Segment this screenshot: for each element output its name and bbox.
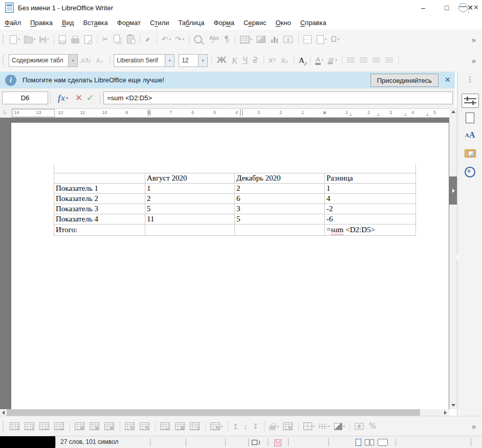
table-cell[interactable]: 5	[145, 204, 235, 214]
table-cell[interactable]: Разница	[325, 173, 416, 184]
align-top-button[interactable]: ↥	[231, 420, 242, 433]
strikethrough-button[interactable]: S	[251, 54, 260, 67]
insert-textbox-button[interactable]: A	[282, 33, 295, 46]
find-replace-button[interactable]	[192, 33, 207, 46]
split-table-button[interactable]: ⇅	[173, 420, 187, 433]
delete-column-button[interactable]: ✕	[88, 420, 102, 433]
table-cell[interactable]: 2	[235, 184, 325, 194]
spelling-button[interactable]: Abc	[208, 33, 222, 46]
export-pdf-button[interactable]	[57, 33, 69, 46]
page-icon[interactable]	[457, 111, 482, 124]
book-view-icon[interactable]	[378, 439, 388, 446]
insert-row-above-button[interactable]: ↑	[8, 420, 22, 433]
table-cell[interactable]: Показатель 3	[54, 204, 145, 214]
border-color-button[interactable]: ▾	[333, 420, 347, 433]
styles-icon[interactable]: AA	[457, 129, 482, 141]
menu-window[interactable]: Окно	[271, 17, 295, 29]
delete-table-button[interactable]: ✕	[103, 420, 117, 433]
print-button[interactable]	[70, 33, 82, 46]
borders-button[interactable]: ▾	[302, 420, 317, 433]
globe-download-icon[interactable]	[458, 3, 468, 12]
insert-chart-button[interactable]	[269, 33, 281, 46]
combo-dropdown-icon[interactable]: ▼	[198, 55, 207, 66]
toolbar-overflow-button[interactable]: »	[472, 422, 475, 431]
table-cell[interactable]: 3	[235, 204, 325, 214]
update-style-button[interactable]: A↻	[79, 54, 94, 67]
formula-cancel-button[interactable]: ✕	[75, 93, 82, 103]
ruler-column-mark[interactable]: ⊥	[349, 112, 353, 117]
properties-icon[interactable]	[457, 93, 482, 108]
ruler-column-mark[interactable]: ⊥	[426, 112, 429, 117]
menu-view[interactable]: Вид	[57, 17, 79, 29]
underline-button[interactable]: Ч	[241, 54, 250, 67]
infobar-close-icon[interactable]: ✕	[444, 75, 451, 84]
table-cell[interactable]: Август 2020	[145, 173, 235, 184]
font-name-combo[interactable]: Liberation Serif ▼	[114, 54, 174, 67]
insert-row-below-button[interactable]: ↓	[23, 420, 37, 433]
menu-file[interactable]: Файл	[0, 17, 26, 29]
cell-reference-box[interactable]: D6	[2, 92, 48, 104]
table-cell[interactable]: Показатель 1	[54, 184, 145, 194]
align-right-button[interactable]	[371, 54, 383, 67]
minimize-button[interactable]: –	[411, 0, 435, 15]
vertical-scrollbar[interactable]	[449, 107, 457, 409]
insert-column-left-button[interactable]: ←	[38, 420, 52, 433]
menu-format[interactable]: Формат	[113, 17, 145, 29]
insert-mode-indicator[interactable]: I	[252, 439, 260, 445]
cut-button[interactable]: ✂	[101, 33, 112, 46]
sum-button[interactable]	[353, 420, 366, 433]
menu-insert[interactable]: Вставка	[78, 17, 112, 29]
new-style-button[interactable]: A₊	[95, 54, 107, 67]
save-button[interactable]: ▾	[38, 33, 51, 46]
italic-button[interactable]: К	[230, 54, 240, 67]
number-format-button[interactable]: %	[367, 420, 379, 433]
subscript-button[interactable]: X₂	[279, 54, 291, 67]
paste-button[interactable]	[125, 33, 137, 46]
open-button[interactable]: ▾	[23, 33, 37, 46]
toolbar-grip[interactable]	[2, 34, 5, 45]
highlight-color-button[interactable]: ▾	[326, 54, 339, 67]
ruler-tab-selector[interactable]: ∟	[3, 108, 8, 115]
menu-edit[interactable]: Правка	[26, 17, 57, 29]
new-document-button[interactable]: ▾	[8, 33, 21, 46]
table-cell[interactable]	[54, 173, 145, 184]
navigator-icon[interactable]	[457, 166, 482, 178]
table-cell[interactable]: 5	[235, 214, 325, 225]
table-cell[interactable]: 1	[145, 184, 235, 194]
table-background-color-button[interactable]: ▾	[268, 420, 280, 433]
table-cell[interactable]: Показатель 2	[54, 194, 145, 204]
font-color-button[interactable]: A▾	[314, 54, 325, 67]
ruler-column-mark[interactable]: ⊥	[377, 112, 380, 117]
optimize-size-button[interactable]: ↕	[188, 420, 202, 433]
redo-button[interactable]: ↷▾	[173, 33, 186, 46]
table-cell[interactable]: 11	[145, 214, 235, 225]
table-cell[interactable]	[235, 225, 325, 236]
ruler-margin-mark[interactable]	[240, 109, 243, 116]
insert-column-right-button[interactable]: →	[53, 420, 67, 433]
horizontal-scrollbar[interactable]	[0, 409, 449, 416]
formatting-marks-button[interactable]: ¶	[223, 33, 232, 46]
close-document-button[interactable]: ✕	[473, 4, 479, 11]
undo-button[interactable]: ↶▾	[160, 33, 172, 46]
table-formula-cell[interactable]: =sum <D2:D5>	[325, 225, 416, 236]
toolbar-overflow-button[interactable]: »	[472, 56, 475, 65]
formula-function-button[interactable]: fx ▾	[58, 93, 68, 103]
sidebar-settings-icon[interactable]: ⋮	[457, 75, 482, 84]
menu-form[interactable]: Форма	[209, 17, 239, 29]
table-cell[interactable]: 2	[145, 194, 235, 204]
word-count[interactable]: 27 слов, 101 символ	[60, 438, 119, 445]
clone-formatting-button[interactable]: ✒	[143, 33, 154, 46]
center-vertically-button[interactable]: ↨	[242, 420, 250, 433]
table-cell[interactable]: 4	[325, 194, 416, 204]
merge-table-button[interactable]: ↔	[159, 420, 172, 433]
superscript-button[interactable]: X²	[267, 54, 278, 67]
toolbar-grip[interactable]	[2, 421, 5, 432]
table-cell[interactable]: Итого:	[54, 225, 145, 236]
scroll-down-button[interactable]	[449, 401, 457, 409]
align-left-button[interactable]	[345, 54, 357, 67]
autoformat-table-button[interactable]: ✎▾	[209, 420, 225, 433]
menu-styles[interactable]: Стили	[145, 17, 173, 29]
table-cell[interactable]: -6	[325, 214, 416, 225]
table-properties-button[interactable]: ✎	[281, 420, 295, 433]
split-cells-button[interactable]: ✎	[138, 420, 152, 433]
